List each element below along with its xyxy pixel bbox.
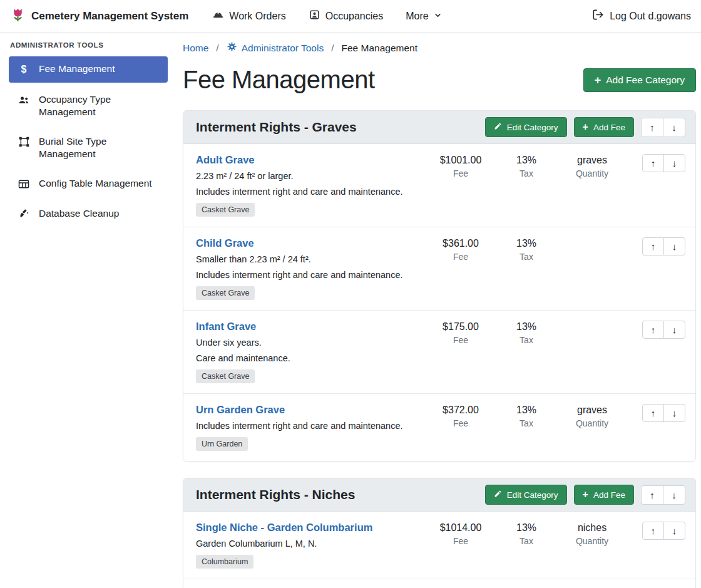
fee-reorder: ↑ ↓ [630,154,685,172]
vector-square-icon [17,136,31,148]
fee-move-up-button[interactable]: ↑ [642,237,664,255]
fee-quantity-col: graves Quantity [558,154,627,178]
fee-move-down-button[interactable]: ↓ [663,237,685,255]
fee-quantity-col: graves Quantity [558,404,627,428]
fee-quantity-label: Quantity [558,168,627,178]
edit-category-button[interactable]: Edit Category [485,117,567,137]
nav-occupancies[interactable]: Occupancies [309,9,384,23]
sidebar-item-burial-site-type[interactable]: Burial Site Type Management [9,129,168,167]
fee-name-link[interactable]: Infant Grave [196,321,256,333]
brand-link[interactable]: Cemetery Management System [10,7,188,25]
fee-reorder: ↑ ↓ [630,321,685,339]
fee-row: Urn Garden Grave Includes interment righ… [183,393,695,461]
fee-type-badge: Urn Garden [196,437,248,451]
gear-icon [227,41,237,54]
category-move-up-button[interactable]: ↑ [641,485,663,505]
fee-info: Adult Grave 2.23 m² / 24 ft² or larger. … [196,154,426,217]
fee-tax-label: Tax [495,536,558,546]
fee-name-link[interactable]: Child Grave [196,237,254,249]
category-move-up-button[interactable]: ↑ [641,118,663,137]
fee-description-line: Includes interment right and care and ma… [196,187,420,197]
fee-amount-col: $175.00 Fee [426,321,495,345]
fee-tax-col: 13% Tax [495,237,558,262]
logout-label: Log Out d.gowans [610,11,691,22]
category-title: Interment Rights - Graves [196,120,485,135]
fee-move-up-button[interactable]: ↑ [642,404,664,422]
nav-work-orders[interactable]: Work Orders [212,9,285,23]
sidebar-item-label: Burial Site Type Management [39,135,160,160]
add-fee-category-button[interactable]: + Add Fee Category [583,68,696,92]
fee-reorder: ↑ ↓ [630,237,685,255]
add-fee-category-label: Add Fee Category [606,75,685,86]
logout-link[interactable]: Log Out d.gowans [592,9,691,23]
category-move-down-button[interactable]: ↓ [663,485,685,505]
fee-amount: $175.00 [426,321,495,333]
add-fee-label: Add Fee [593,123,625,132]
nav-links: Work Orders Occupancies More [212,9,592,23]
fee-tax-col: 13% Tax [495,154,558,178]
page-title: Fee Management [183,66,375,94]
edit-category-label: Edit Category [507,490,558,500]
fee-amount-label: Fee [426,536,495,546]
logout-icon [592,9,604,23]
fee-quantity-col: niches Quantity [558,522,627,546]
fee-amount-label: Fee [426,418,495,428]
fee-info: Single Niche - Garden Columbarium Garden… [196,522,426,569]
tulip-logo-icon [10,7,26,25]
fee-name-link[interactable]: Adult Grave [196,154,255,166]
nav-more[interactable]: More [406,11,441,22]
fee-tax: 13% [495,522,558,534]
fee-name-link[interactable]: Single Niche - Garden Columbarium [196,522,372,534]
sidebar-item-label: Fee Management [39,63,115,75]
fee-amount-col: $1001.00 Fee [426,154,495,178]
fee-name-link[interactable]: Urn Garden Grave [196,404,285,416]
main-content: Home / Administrator Tool [175,33,701,588]
fee-info: Infant Grave Under six years. Care and m… [196,321,426,383]
fee-type-badge: Casket Grave [196,286,255,300]
sidebar-item-label: Config Table Management [39,177,152,190]
fee-tax-col: 13% Tax [495,321,558,345]
pencil-icon [494,122,502,132]
breadcrumb-home[interactable]: Home [183,43,208,54]
sidebar-item-fee-management[interactable]: $ Fee Management [9,56,168,83]
fee-quantity: niches [558,522,627,534]
fee-move-up-button[interactable]: ↑ [642,154,664,172]
fee-tax-label: Tax [495,335,558,345]
fee-reorder: ↑ ↓ [630,522,685,540]
nav-right: Log Out d.gowans [592,9,691,23]
category-move-down-button[interactable]: ↓ [663,118,685,137]
fee-move-up-button[interactable]: ↑ [642,321,664,339]
fee-tax-col: 13% Tax [495,522,558,546]
fee-move-down-button[interactable]: ↓ [663,154,685,172]
add-fee-button[interactable]: + Add Fee [574,117,634,137]
fee-description-line: Includes interment right and care and ma… [196,270,420,280]
fee-tax-label: Tax [495,168,558,178]
add-fee-button[interactable]: + Add Fee [574,485,634,505]
fee-amount-col: $372.00 Fee [426,404,495,428]
fee-description-line: 2.23 m² / 24 ft² or larger. [196,171,420,181]
breadcrumb-admin-tools[interactable]: Administrator Tools [227,41,324,54]
hard-hat-icon [212,9,224,23]
chevron-down-icon [434,11,442,22]
table-icon [17,178,31,190]
sidebar: ADMINISTRATOR TOOLS $ Fee Management Occ… [0,33,175,588]
breadcrumb-separator: / [216,43,218,54]
fee-move-down-button[interactable]: ↓ [663,404,685,422]
fee-description-line: Includes interment right and care and ma… [196,421,420,431]
edit-category-button[interactable]: Edit Category [485,485,567,505]
fee-info: Child Grave Smaller than 2.23 m² / 24 ft… [196,237,426,300]
fee-row: Child Grave Smaller than 2.23 m² / 24 ft… [183,227,695,310]
fee-amount: $1014.00 [426,522,495,534]
fee-move-up-button[interactable]: ↑ [642,522,664,540]
fee-amount-label: Fee [426,168,495,178]
fee-quantity-label: Quantity [558,418,627,428]
fee-description-line: Smaller than 2.23 m² / 24 ft². [196,254,420,264]
sidebar-item-config-table[interactable]: Config Table Management [9,171,168,197]
fee-move-down-button[interactable]: ↓ [663,321,685,339]
sidebar-item-occupancy-type[interactable]: Occupancy Type Management [9,87,168,125]
sidebar-item-database-cleanup[interactable]: Database Cleanup [9,201,168,226]
fee-amount-col: $361.00 Fee [426,237,495,262]
fee-move-down-button[interactable]: ↓ [663,522,685,540]
dollar-icon: $ [17,63,31,76]
category-title: Interment Rights - Niches [196,487,485,502]
